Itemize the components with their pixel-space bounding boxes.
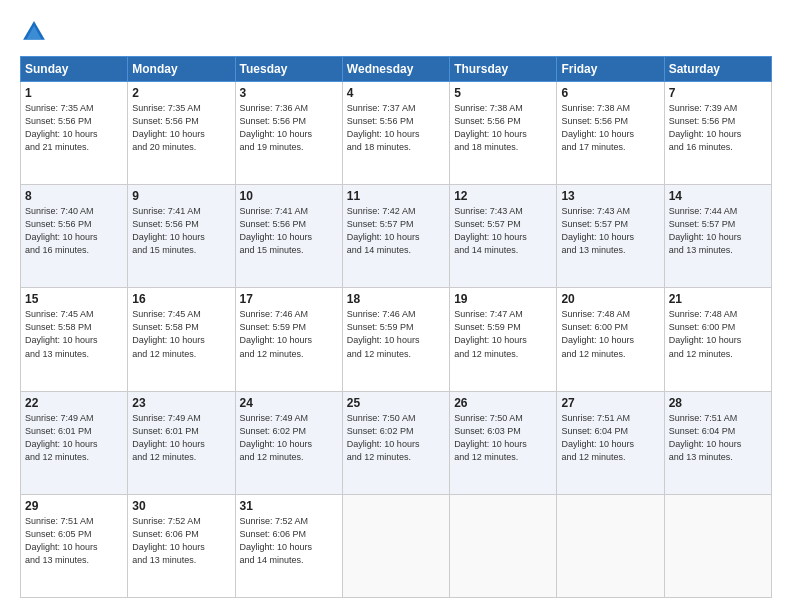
cell-info: Sunrise: 7:46 AMSunset: 5:59 PMDaylight:… (347, 308, 445, 360)
cell-info: Sunrise: 7:39 AMSunset: 5:56 PMDaylight:… (669, 102, 767, 154)
cell-info: Sunrise: 7:51 AMSunset: 6:04 PMDaylight:… (561, 412, 659, 464)
day-number: 4 (347, 86, 445, 100)
calendar-cell: 4Sunrise: 7:37 AMSunset: 5:56 PMDaylight… (342, 82, 449, 185)
weekday-header: Thursday (450, 57, 557, 82)
cell-info: Sunrise: 7:41 AMSunset: 5:56 PMDaylight:… (132, 205, 230, 257)
day-number: 25 (347, 396, 445, 410)
cell-info: Sunrise: 7:48 AMSunset: 6:00 PMDaylight:… (669, 308, 767, 360)
header (20, 18, 772, 46)
cell-info: Sunrise: 7:49 AMSunset: 6:02 PMDaylight:… (240, 412, 338, 464)
calendar-cell (664, 494, 771, 597)
calendar-cell (557, 494, 664, 597)
calendar-cell: 10Sunrise: 7:41 AMSunset: 5:56 PMDayligh… (235, 185, 342, 288)
day-number: 1 (25, 86, 123, 100)
calendar: SundayMondayTuesdayWednesdayThursdayFrid… (20, 56, 772, 598)
cell-info: Sunrise: 7:45 AMSunset: 5:58 PMDaylight:… (25, 308, 123, 360)
day-number: 24 (240, 396, 338, 410)
cell-info: Sunrise: 7:51 AMSunset: 6:04 PMDaylight:… (669, 412, 767, 464)
day-number: 20 (561, 292, 659, 306)
calendar-cell: 27Sunrise: 7:51 AMSunset: 6:04 PMDayligh… (557, 391, 664, 494)
day-number: 11 (347, 189, 445, 203)
cell-info: Sunrise: 7:44 AMSunset: 5:57 PMDaylight:… (669, 205, 767, 257)
day-number: 15 (25, 292, 123, 306)
day-number: 6 (561, 86, 659, 100)
day-number: 28 (669, 396, 767, 410)
calendar-cell: 19Sunrise: 7:47 AMSunset: 5:59 PMDayligh… (450, 288, 557, 391)
calendar-cell (342, 494, 449, 597)
calendar-cell: 15Sunrise: 7:45 AMSunset: 5:58 PMDayligh… (21, 288, 128, 391)
logo (20, 18, 54, 46)
day-number: 19 (454, 292, 552, 306)
weekday-header: Saturday (664, 57, 771, 82)
calendar-cell: 7Sunrise: 7:39 AMSunset: 5:56 PMDaylight… (664, 82, 771, 185)
calendar-cell: 11Sunrise: 7:42 AMSunset: 5:57 PMDayligh… (342, 185, 449, 288)
cell-info: Sunrise: 7:52 AMSunset: 6:06 PMDaylight:… (132, 515, 230, 567)
calendar-cell: 20Sunrise: 7:48 AMSunset: 6:00 PMDayligh… (557, 288, 664, 391)
calendar-cell: 13Sunrise: 7:43 AMSunset: 5:57 PMDayligh… (557, 185, 664, 288)
weekday-header: Friday (557, 57, 664, 82)
calendar-cell: 21Sunrise: 7:48 AMSunset: 6:00 PMDayligh… (664, 288, 771, 391)
cell-info: Sunrise: 7:51 AMSunset: 6:05 PMDaylight:… (25, 515, 123, 567)
day-number: 23 (132, 396, 230, 410)
day-number: 10 (240, 189, 338, 203)
calendar-cell: 24Sunrise: 7:49 AMSunset: 6:02 PMDayligh… (235, 391, 342, 494)
day-number: 18 (347, 292, 445, 306)
cell-info: Sunrise: 7:47 AMSunset: 5:59 PMDaylight:… (454, 308, 552, 360)
calendar-cell: 25Sunrise: 7:50 AMSunset: 6:02 PMDayligh… (342, 391, 449, 494)
day-number: 31 (240, 499, 338, 513)
day-number: 27 (561, 396, 659, 410)
weekday-header: Tuesday (235, 57, 342, 82)
weekday-header: Sunday (21, 57, 128, 82)
day-number: 2 (132, 86, 230, 100)
cell-info: Sunrise: 7:41 AMSunset: 5:56 PMDaylight:… (240, 205, 338, 257)
weekday-header: Monday (128, 57, 235, 82)
day-number: 30 (132, 499, 230, 513)
calendar-cell: 29Sunrise: 7:51 AMSunset: 6:05 PMDayligh… (21, 494, 128, 597)
calendar-cell: 6Sunrise: 7:38 AMSunset: 5:56 PMDaylight… (557, 82, 664, 185)
cell-info: Sunrise: 7:38 AMSunset: 5:56 PMDaylight:… (561, 102, 659, 154)
day-number: 22 (25, 396, 123, 410)
cell-info: Sunrise: 7:45 AMSunset: 5:58 PMDaylight:… (132, 308, 230, 360)
day-number: 26 (454, 396, 552, 410)
day-number: 5 (454, 86, 552, 100)
cell-info: Sunrise: 7:35 AMSunset: 5:56 PMDaylight:… (132, 102, 230, 154)
cell-info: Sunrise: 7:50 AMSunset: 6:03 PMDaylight:… (454, 412, 552, 464)
calendar-cell: 3Sunrise: 7:36 AMSunset: 5:56 PMDaylight… (235, 82, 342, 185)
day-number: 12 (454, 189, 552, 203)
calendar-cell: 16Sunrise: 7:45 AMSunset: 5:58 PMDayligh… (128, 288, 235, 391)
calendar-cell: 28Sunrise: 7:51 AMSunset: 6:04 PMDayligh… (664, 391, 771, 494)
day-number: 14 (669, 189, 767, 203)
calendar-cell: 8Sunrise: 7:40 AMSunset: 5:56 PMDaylight… (21, 185, 128, 288)
calendar-cell: 2Sunrise: 7:35 AMSunset: 5:56 PMDaylight… (128, 82, 235, 185)
cell-info: Sunrise: 7:49 AMSunset: 6:01 PMDaylight:… (132, 412, 230, 464)
calendar-cell: 9Sunrise: 7:41 AMSunset: 5:56 PMDaylight… (128, 185, 235, 288)
calendar-cell (450, 494, 557, 597)
day-number: 3 (240, 86, 338, 100)
weekday-header: Wednesday (342, 57, 449, 82)
day-number: 8 (25, 189, 123, 203)
calendar-cell: 5Sunrise: 7:38 AMSunset: 5:56 PMDaylight… (450, 82, 557, 185)
calendar-cell: 17Sunrise: 7:46 AMSunset: 5:59 PMDayligh… (235, 288, 342, 391)
calendar-cell: 18Sunrise: 7:46 AMSunset: 5:59 PMDayligh… (342, 288, 449, 391)
cell-info: Sunrise: 7:43 AMSunset: 5:57 PMDaylight:… (561, 205, 659, 257)
cell-info: Sunrise: 7:37 AMSunset: 5:56 PMDaylight:… (347, 102, 445, 154)
day-number: 9 (132, 189, 230, 203)
day-number: 7 (669, 86, 767, 100)
calendar-cell: 31Sunrise: 7:52 AMSunset: 6:06 PMDayligh… (235, 494, 342, 597)
cell-info: Sunrise: 7:43 AMSunset: 5:57 PMDaylight:… (454, 205, 552, 257)
day-number: 16 (132, 292, 230, 306)
cell-info: Sunrise: 7:40 AMSunset: 5:56 PMDaylight:… (25, 205, 123, 257)
day-number: 21 (669, 292, 767, 306)
cell-info: Sunrise: 7:50 AMSunset: 6:02 PMDaylight:… (347, 412, 445, 464)
calendar-cell: 14Sunrise: 7:44 AMSunset: 5:57 PMDayligh… (664, 185, 771, 288)
cell-info: Sunrise: 7:48 AMSunset: 6:00 PMDaylight:… (561, 308, 659, 360)
calendar-cell: 30Sunrise: 7:52 AMSunset: 6:06 PMDayligh… (128, 494, 235, 597)
cell-info: Sunrise: 7:46 AMSunset: 5:59 PMDaylight:… (240, 308, 338, 360)
logo-icon (20, 18, 48, 46)
calendar-cell: 23Sunrise: 7:49 AMSunset: 6:01 PMDayligh… (128, 391, 235, 494)
calendar-cell: 22Sunrise: 7:49 AMSunset: 6:01 PMDayligh… (21, 391, 128, 494)
cell-info: Sunrise: 7:38 AMSunset: 5:56 PMDaylight:… (454, 102, 552, 154)
cell-info: Sunrise: 7:35 AMSunset: 5:56 PMDaylight:… (25, 102, 123, 154)
day-number: 17 (240, 292, 338, 306)
calendar-cell: 12Sunrise: 7:43 AMSunset: 5:57 PMDayligh… (450, 185, 557, 288)
